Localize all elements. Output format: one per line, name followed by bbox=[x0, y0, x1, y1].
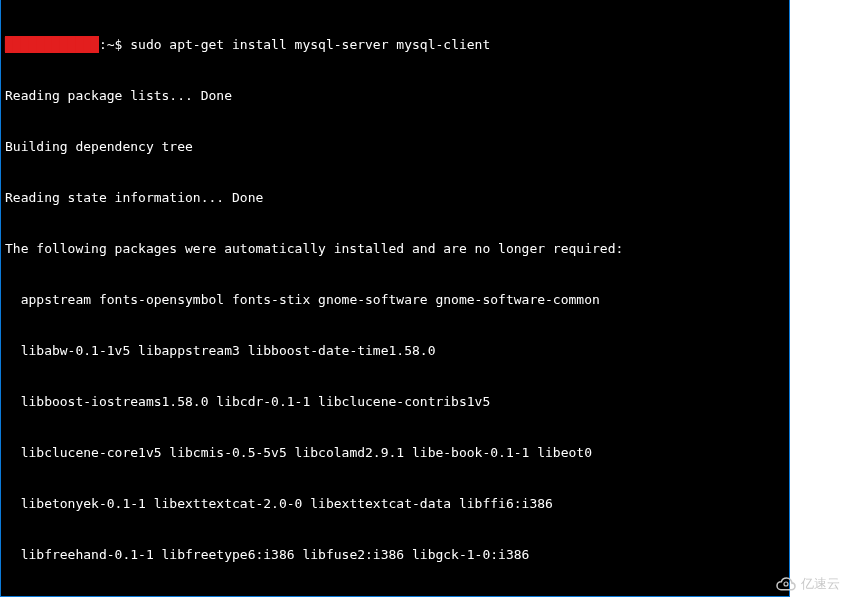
watermark-text: 亿速云 bbox=[801, 575, 840, 593]
prompt-tail: :~$ bbox=[99, 37, 130, 52]
output-line: libfreehand-0.1-1 libfreetype6:i386 libf… bbox=[5, 546, 785, 563]
output-line: The following packages were automaticall… bbox=[5, 240, 785, 257]
terminal-window[interactable]: ████████████:~$ sudo apt-get install mys… bbox=[0, 0, 790, 597]
redacted-host: ████████████ bbox=[5, 36, 99, 53]
command-text: sudo apt-get install mysql-server mysql-… bbox=[130, 37, 490, 52]
command-line: ████████████:~$ sudo apt-get install mys… bbox=[5, 36, 785, 53]
output-line: libetonyek-0.1-1 libexttextcat-2.0-0 lib… bbox=[5, 495, 785, 512]
output-line: Building dependency tree bbox=[5, 138, 785, 155]
output-line: libclucene-core1v5 libcmis-0.5-5v5 libco… bbox=[5, 444, 785, 461]
output-line: libabw-0.1-1v5 libappstream3 libboost-da… bbox=[5, 342, 785, 359]
output-line: Reading state information... Done bbox=[5, 189, 785, 206]
output-line: libboost-iostreams1.58.0 libcdr-0.1-1 li… bbox=[5, 393, 785, 410]
output-line: appstream fonts-opensymbol fonts-stix gn… bbox=[5, 291, 785, 308]
output-line: Reading package lists... Done bbox=[5, 87, 785, 104]
